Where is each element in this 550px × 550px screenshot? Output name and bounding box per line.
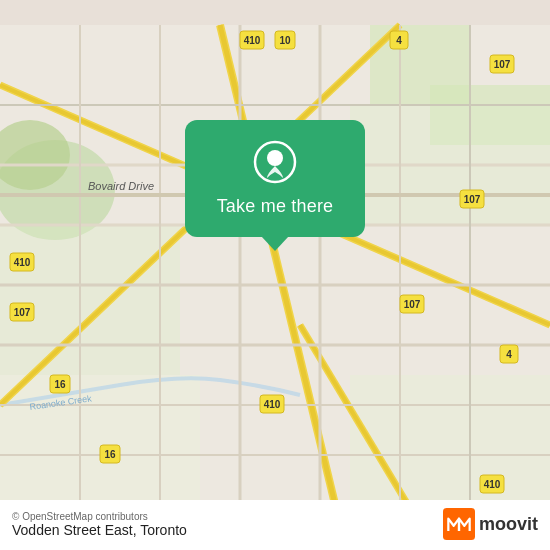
osm-attribution: © OpenStreetMap contributors [12,511,187,522]
svg-text:10: 10 [279,35,291,46]
bottom-bar: © OpenStreetMap contributors Vodden Stre… [0,500,550,550]
popup-card: Take me there [185,120,365,237]
moovit-logo: moovit [443,508,538,540]
svg-point-52 [267,150,283,166]
moovit-brand-text: moovit [479,514,538,535]
svg-text:410: 410 [484,479,501,490]
map-background: 410 107 107 107 4 4 10 410 107 16 16 [0,0,550,550]
moovit-icon [443,508,475,540]
svg-text:4: 4 [506,349,512,360]
map-container: 410 107 107 107 4 4 10 410 107 16 16 [0,0,550,550]
svg-text:410: 410 [264,399,281,410]
svg-text:16: 16 [54,379,66,390]
location-info: © OpenStreetMap contributors Vodden Stre… [12,511,187,538]
svg-text:107: 107 [464,194,481,205]
svg-text:16: 16 [104,449,116,460]
location-name: Vodden Street East, Toronto [12,522,187,538]
svg-text:Bovaird Drive: Bovaird Drive [88,180,154,192]
location-pin-icon [253,140,297,184]
svg-text:107: 107 [14,307,31,318]
svg-rect-5 [0,225,180,375]
svg-text:410: 410 [244,35,261,46]
svg-text:107: 107 [404,299,421,310]
svg-text:410: 410 [14,257,31,268]
svg-text:107: 107 [494,59,511,70]
take-me-there-button[interactable]: Take me there [217,196,334,217]
svg-text:4: 4 [396,35,402,46]
